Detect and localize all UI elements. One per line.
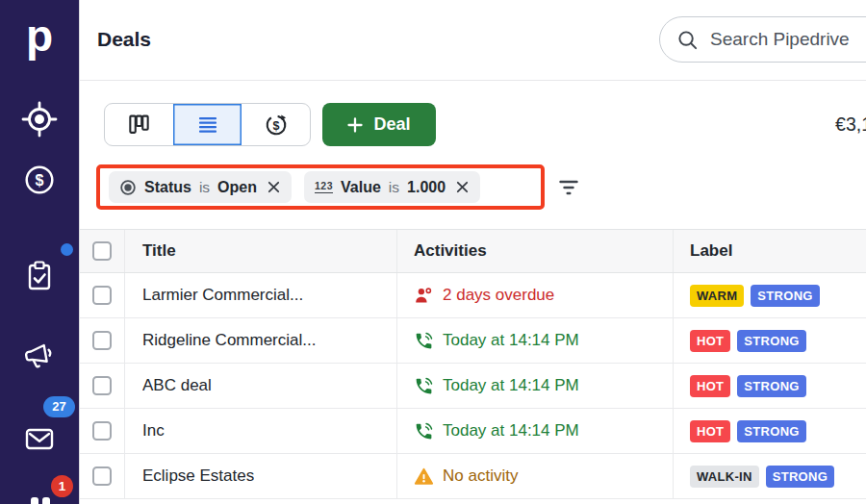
phone-call-icon bbox=[414, 376, 434, 396]
row-checkbox[interactable] bbox=[92, 286, 112, 305]
label-chip-strong: STRONG bbox=[737, 420, 805, 442]
label-chip-hot: HOT bbox=[690, 330, 730, 352]
view-toggle: $ bbox=[104, 103, 311, 146]
table-row[interactable]: Inc Today at 14:14 PM HOTSTRONG bbox=[80, 409, 866, 454]
add-deal-button[interactable]: Deal bbox=[322, 103, 436, 146]
column-header-activities[interactable]: Activities bbox=[397, 230, 674, 272]
clipboard-check-icon bbox=[22, 259, 57, 293]
partial-bottom-icon bbox=[31, 497, 38, 504]
sidebar-item-mail[interactable] bbox=[23, 422, 56, 459]
filter-value: Open bbox=[217, 179, 257, 196]
radio-icon bbox=[119, 179, 137, 196]
filter-value: 1.000 bbox=[407, 179, 446, 196]
row-checkbox[interactable] bbox=[92, 421, 112, 441]
sidebar-item-activities[interactable] bbox=[22, 259, 57, 297]
label-cell: HOTSTRONG bbox=[674, 364, 866, 408]
list-view-icon bbox=[196, 113, 219, 137]
activity-text: Today at 14:14 PM bbox=[443, 331, 579, 350]
deal-title[interactable]: Ridgeline Commercial... bbox=[142, 331, 316, 350]
deal-title[interactable]: Larmier Commercial... bbox=[142, 286, 303, 305]
label-chip-strong: STRONG bbox=[766, 466, 834, 488]
add-deal-label: Deal bbox=[373, 114, 410, 135]
filter-annotation-box: Status is Open 123 Value is 1.000 bbox=[96, 164, 545, 210]
phone-call-icon bbox=[414, 331, 434, 351]
sidebar-item-deals[interactable]: $ bbox=[22, 163, 57, 201]
select-all-checkbox[interactable] bbox=[92, 241, 112, 261]
search-icon bbox=[676, 29, 699, 51]
label-cell: WARMSTRONG bbox=[674, 273, 866, 317]
activity-text: 2 days overdue bbox=[443, 286, 554, 305]
filter-chip[interactable]: Status is Open bbox=[109, 171, 292, 203]
label-chip-warm: WARM bbox=[690, 285, 744, 307]
filter-field: Status bbox=[144, 179, 191, 196]
label-chip-strong: STRONG bbox=[737, 330, 805, 352]
deal-title[interactable]: ABC deal bbox=[142, 376, 212, 395]
list-view-button[interactable] bbox=[173, 104, 242, 145]
label-chip-hot: HOT bbox=[690, 375, 730, 397]
pipeline-view-icon bbox=[127, 113, 151, 137]
label-chip-hot: HOT bbox=[690, 420, 730, 442]
row-checkbox[interactable] bbox=[92, 376, 112, 395]
phone-call-icon bbox=[414, 421, 434, 441]
filter-field: Value bbox=[341, 179, 381, 196]
forecast-view-button[interactable]: $ bbox=[242, 104, 310, 145]
svg-text:$: $ bbox=[36, 172, 44, 189]
warning-triangle-icon bbox=[414, 466, 434, 487]
column-header-title[interactable]: Title bbox=[125, 230, 397, 272]
filter-button[interactable] bbox=[558, 177, 579, 198]
notification-badge-red: 1 bbox=[51, 475, 73, 497]
search-input[interactable]: Search Pipedrive bbox=[659, 16, 866, 63]
pipeline-view-button[interactable] bbox=[105, 104, 173, 145]
label-chip-strong: STRONG bbox=[751, 285, 819, 307]
svg-text:$: $ bbox=[272, 118, 279, 132]
content-area: Deals Search Pipedrive bbox=[79, 0, 866, 504]
deal-title[interactable]: Eclipse Estates bbox=[142, 466, 254, 486]
label-chip-strong: STRONG bbox=[737, 375, 805, 397]
sidebar: p $ bbox=[0, 0, 79, 504]
envelope-icon bbox=[23, 422, 56, 455]
table-body: Larmier Commercial... 2 days overdue WAR… bbox=[80, 273, 866, 499]
search-placeholder: Search Pipedrive bbox=[710, 29, 850, 50]
remove-filter-icon[interactable] bbox=[455, 180, 470, 194]
funnel-filter-icon bbox=[558, 177, 579, 198]
deal-title[interactable]: Inc bbox=[142, 421, 165, 441]
table-header-row: Title Activities Label bbox=[80, 230, 866, 273]
row-checkbox[interactable] bbox=[92, 331, 112, 350]
deals-summary-value: €3,1 bbox=[835, 113, 866, 136]
column-header-label[interactable]: Label bbox=[674, 230, 866, 272]
label-cell: HOTSTRONG bbox=[674, 318, 866, 363]
pipedrive-logo[interactable]: p bbox=[0, 8, 79, 63]
table-row[interactable]: Larmier Commercial... 2 days overdue WAR… bbox=[80, 273, 866, 318]
activity-text: Today at 14:14 PM bbox=[443, 376, 579, 395]
sidebar-item-leads[interactable] bbox=[20, 100, 59, 142]
table-row[interactable]: Eclipse Estates No activity WALK-INSTRON… bbox=[80, 454, 866, 499]
plus-icon bbox=[347, 117, 363, 133]
dollar-circle-icon: $ bbox=[22, 163, 57, 197]
sidebar-item-campaigns[interactable] bbox=[21, 338, 58, 378]
page-header: Deals Search Pipedrive bbox=[80, 0, 866, 81]
remove-filter-icon[interactable] bbox=[267, 180, 281, 194]
partial-bottom-icon bbox=[42, 497, 50, 504]
filter-chip[interactable]: 123 Value is 1.000 bbox=[304, 171, 480, 203]
row-checkbox[interactable] bbox=[92, 466, 112, 486]
forecast-view-icon: $ bbox=[264, 113, 289, 138]
numeric-123-icon: 123 bbox=[315, 181, 333, 193]
filter-operator: is bbox=[389, 179, 399, 196]
activity-text: No activity bbox=[443, 466, 518, 486]
megaphone-icon bbox=[21, 338, 58, 374]
label-cell: HOTSTRONG bbox=[674, 409, 866, 453]
deals-table: Title Activities Label Larmier Commercia… bbox=[80, 229, 866, 499]
table-row[interactable]: ABC deal Today at 14:14 PM HOTSTRONG bbox=[80, 364, 866, 409]
pipedrive-deals-screen: p $ bbox=[0, 0, 866, 504]
filter-operator: is bbox=[199, 179, 210, 196]
activity-text: Today at 14:14 PM bbox=[443, 421, 579, 441]
label-cell: WALK-INSTRONG bbox=[674, 454, 866, 498]
page-title: Deals bbox=[97, 28, 151, 51]
target-icon bbox=[20, 100, 59, 139]
person-overdue-icon bbox=[414, 286, 434, 306]
table-row[interactable]: Ridgeline Commercial... Today at 14:14 P… bbox=[80, 318, 866, 364]
notification-dot bbox=[61, 243, 73, 256]
label-chip-walkin: WALK-IN bbox=[690, 466, 759, 488]
mail-badge: 27 bbox=[43, 396, 75, 417]
